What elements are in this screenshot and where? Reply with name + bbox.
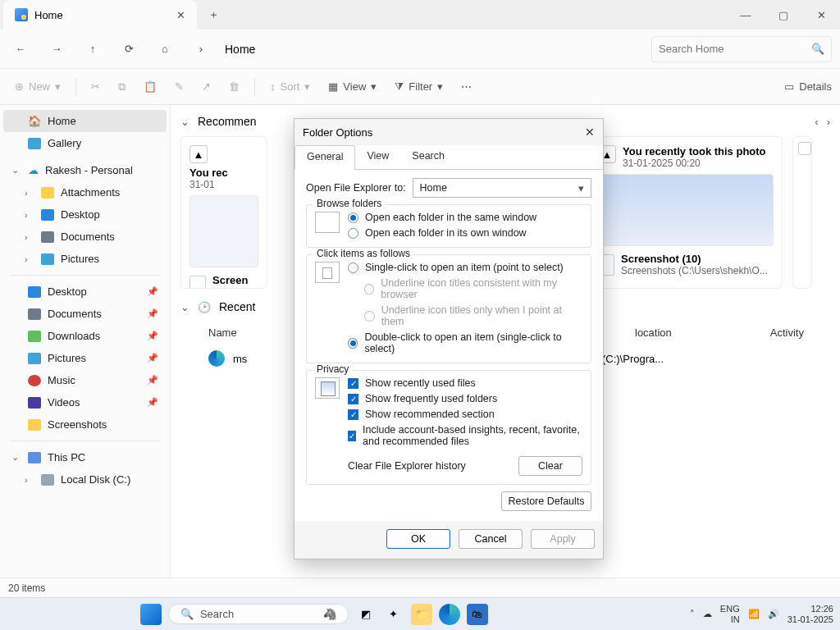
breadcrumb-chevron-icon[interactable]: ›: [189, 37, 213, 62]
radio-same-window[interactable]: Open each folder in the same window: [348, 212, 582, 223]
filter-button[interactable]: ⧩Filter▾: [388, 77, 450, 97]
sidebar-quick-documents[interactable]: Documents📌: [3, 303, 167, 325]
pin-icon: 📌: [147, 397, 158, 408]
radio-underline-point: Underline icon titles only when I point …: [364, 304, 582, 327]
delete-button[interactable]: 🗑: [222, 77, 246, 96]
explorer-icon[interactable]: 📁: [411, 604, 432, 625]
col-activity[interactable]: Activity: [770, 326, 804, 339]
close-window-button[interactable]: ✕: [802, 0, 840, 30]
recommended-card[interactable]: ▲ You rec 31-01 ScreenScreen: [180, 136, 267, 289]
edge-icon[interactable]: [439, 604, 460, 625]
breadcrumb[interactable]: Home: [225, 43, 255, 56]
maximize-button[interactable]: ▢: [765, 0, 802, 30]
up-button[interactable]: ↑: [80, 37, 105, 62]
details-toggle[interactable]: ▭Details: [784, 80, 832, 93]
sidebar-item-documents[interactable]: ›Documents: [3, 226, 167, 248]
more-button[interactable]: ⋯: [454, 77, 478, 96]
refresh-button[interactable]: ⟳: [116, 37, 141, 62]
taskbar-search[interactable]: 🔍Search🦓: [168, 604, 349, 624]
new-tab-button[interactable]: ＋: [197, 0, 230, 30]
sidebar-quick-music[interactable]: Music📌: [3, 369, 167, 391]
sidebar-item-thispc[interactable]: ⌄This PC: [3, 446, 167, 468]
sidebar-item-desktop[interactable]: ›Desktop: [3, 203, 167, 226]
disk-icon: [41, 474, 54, 486]
sidebar-item-onedrive[interactable]: ⌄ ☁ Rakesh - Personal: [3, 159, 167, 181]
recommended-card-partial[interactable]: [792, 136, 812, 289]
search-input[interactable]: Search Home 🔍: [651, 36, 832, 62]
clear-button[interactable]: Clear: [518, 456, 582, 476]
open-explorer-select[interactable]: Home: [413, 178, 591, 198]
copy-button[interactable]: ⧉: [112, 77, 132, 97]
sidebar-item-localdisk[interactable]: ›Local Disk (C:): [3, 468, 167, 491]
sidebar-quick-downloads[interactable]: Downloads📌: [3, 325, 167, 347]
view-icon: ▦: [328, 80, 338, 93]
radio-single-click[interactable]: Single-click to open an item (point to s…: [348, 262, 582, 273]
sort-button[interactable]: ↕Sort▾: [263, 77, 317, 96]
apply-button[interactable]: Apply: [531, 529, 595, 549]
paste-button[interactable]: 📋: [137, 77, 163, 96]
check-recommended[interactable]: ✓Show recommended section: [348, 409, 582, 420]
ok-button[interactable]: OK: [386, 529, 450, 549]
sidebar-quick-desktop[interactable]: Desktop📌: [3, 281, 167, 303]
dialog-tabs: General View Search: [294, 145, 603, 170]
chevron-down-icon: ▾: [304, 80, 310, 93]
dialog-titlebar[interactable]: Folder Options ✕: [294, 119, 603, 145]
tab-search[interactable]: Search: [400, 145, 456, 169]
forward-button[interactable]: →: [44, 37, 69, 62]
radio-own-window[interactable]: Open each folder in its own window: [348, 227, 582, 239]
search-icon: 🔍: [180, 608, 194, 620]
pictures-icon: [28, 353, 41, 364]
tray-chevron-icon[interactable]: ˄: [690, 609, 695, 619]
sidebar-quick-videos[interactable]: Videos📌: [3, 391, 167, 413]
store-icon[interactable]: 🛍: [467, 604, 488, 625]
rename-button[interactable]: ✎: [168, 77, 190, 96]
check-account-insights[interactable]: ✓Include account-based insights, recent,…: [348, 424, 582, 447]
share-button[interactable]: ↗: [195, 77, 217, 96]
clock[interactable]: 12:2631-01-2025: [788, 604, 833, 623]
cut-button[interactable]: ✂: [84, 77, 107, 96]
view-button[interactable]: ▦View▾: [322, 77, 383, 96]
chevron-down-icon[interactable]: ⌄: [180, 301, 189, 313]
copilot-icon[interactable]: ✦: [383, 604, 404, 625]
section-title: Recommen: [198, 115, 257, 128]
sidebar-quick-pictures[interactable]: Pictures📌: [3, 347, 167, 369]
sidebar-quick-screenshots[interactable]: Screenshots: [3, 413, 167, 436]
recommended-nav: ‹ ›: [815, 116, 830, 128]
tab-view[interactable]: View: [355, 145, 400, 169]
folder-icon: [41, 187, 54, 199]
videos-icon: [28, 397, 41, 409]
onedrive-tray-icon[interactable]: ☁: [703, 609, 712, 619]
status-text: 20 items: [8, 582, 45, 594]
close-tab-icon[interactable]: ✕: [176, 9, 185, 21]
col-location[interactable]: location: [635, 326, 672, 339]
restore-defaults-button[interactable]: Restore Defaults: [501, 491, 591, 511]
tab-general[interactable]: General: [294, 145, 355, 170]
volume-icon[interactable]: 🔊: [768, 609, 779, 619]
cancel-button[interactable]: Cancel: [459, 529, 523, 549]
language-indicator[interactable]: ENGIN: [720, 604, 740, 623]
chevron-down-icon: ⌄: [11, 452, 21, 463]
sidebar-item-gallery[interactable]: Gallery: [3, 132, 167, 154]
wifi-icon[interactable]: 📶: [748, 609, 760, 619]
section-title: Recent: [219, 300, 255, 313]
browser-tab[interactable]: Home ✕: [3, 0, 197, 30]
chevron-down-icon[interactable]: ⌄: [180, 116, 189, 128]
trash-icon: 🗑: [229, 80, 240, 93]
prev-icon[interactable]: ‹: [815, 116, 818, 128]
check-frequent-folders[interactable]: ✓Show frequently used folders: [348, 393, 582, 404]
status-bar: 20 items: [0, 578, 840, 597]
sidebar-item-pictures[interactable]: ›Pictures: [3, 248, 167, 270]
check-recent-files[interactable]: ✓Show recently used files: [348, 377, 582, 389]
sidebar-item-home[interactable]: 🏠 Home: [3, 110, 167, 132]
radio-double-click[interactable]: Double-click to open an item (single-cli…: [348, 331, 582, 354]
home-nav-icon[interactable]: ⌂: [153, 37, 177, 62]
sidebar-item-attachments[interactable]: ›Attachments: [3, 181, 167, 203]
recommended-card[interactable]: ▲ You recently took this photo 31-01-202…: [589, 136, 783, 289]
start-button[interactable]: [140, 604, 162, 625]
new-button[interactable]: ⊕New▾: [8, 77, 67, 96]
next-icon[interactable]: ›: [827, 116, 830, 128]
back-button[interactable]: ←: [8, 37, 33, 62]
taskview-icon[interactable]: ◩: [355, 604, 377, 625]
minimize-button[interactable]: —: [727, 0, 765, 30]
close-icon[interactable]: ✕: [585, 126, 595, 139]
